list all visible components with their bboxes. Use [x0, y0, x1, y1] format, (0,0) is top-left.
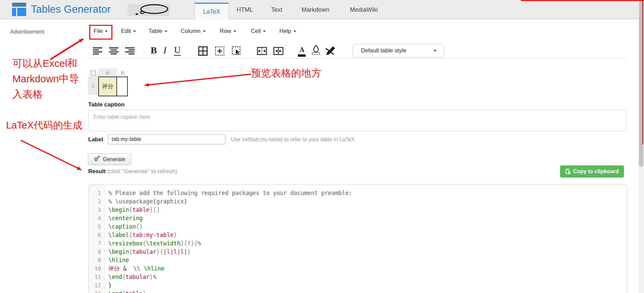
line-number: 3	[89, 206, 104, 214]
annotation-generate-note: LaTeX代码的生成	[6, 117, 82, 133]
menu-edit[interactable]: Edit	[121, 28, 136, 35]
advertisement-label: Advertisement	[10, 29, 44, 35]
underline-icon[interactable]: U	[174, 45, 181, 56]
code-line: \caption{}	[108, 223, 352, 231]
fill-color-icon[interactable]	[312, 45, 320, 55]
text-color-icon[interactable]: A	[298, 46, 306, 57]
bold-icon[interactable]: B	[151, 45, 157, 56]
fill-color-swatch	[312, 52, 320, 55]
text-color-swatch	[298, 54, 306, 57]
annotation-box-file-menu	[89, 25, 112, 40]
merge-cells-icon[interactable]	[257, 47, 267, 56]
annotation-preview-note: 预览表格的地方	[251, 65, 321, 81]
line-number: 5	[89, 223, 104, 231]
code-line: \resizebox{\textwidth}{!}{%	[108, 239, 352, 248]
code-line: \end{tabular}%	[108, 273, 352, 281]
menu-row[interactable]: Row	[220, 28, 236, 35]
tab-latex[interactable]: LaTeX	[195, 3, 229, 20]
logo-table-right-cell	[17, 8, 26, 16]
gears-icon: ⚙⚙	[94, 156, 101, 162]
code-line: }	[108, 281, 352, 290]
code-line: \centering	[108, 214, 352, 223]
chevron-down-icon	[263, 31, 266, 32]
line-number: 7	[89, 239, 104, 248]
italic-icon[interactable]: I	[163, 45, 166, 56]
thought-bubble-sketch	[127, 4, 170, 16]
chevron-down-icon	[233, 31, 236, 32]
tables-generator-logo-icon[interactable]	[12, 3, 26, 16]
code-line: % Please add the following required pack…	[108, 189, 352, 197]
align-right-icon[interactable]	[125, 47, 135, 56]
line-number-gutter: 12345678910111213	[89, 185, 105, 293]
all-borders-icon[interactable]	[198, 46, 208, 57]
grid-cell-a1[interactable]: 评分	[99, 77, 117, 96]
grid-cell-b1[interactable]	[117, 77, 127, 96]
paste-icon	[566, 168, 571, 175]
logo-table-header-band	[12, 3, 26, 7]
menu-cell[interactable]: Cell	[251, 28, 266, 35]
copy-to-clipboard-button[interactable]: Copy to clipboard	[560, 165, 624, 178]
menu-column[interactable]: Column	[181, 28, 206, 35]
clear-formatting-icon[interactable]	[325, 46, 336, 56]
line-number: 13	[89, 290, 104, 293]
annotation-top-line	[521, 0, 644, 1]
annotation-right-line	[642, 0, 643, 144]
line-number: 6	[89, 231, 104, 239]
select-all-checkbox[interactable]	[91, 70, 96, 76]
chevron-down-icon	[165, 31, 167, 32]
preview-grid: 评分	[98, 77, 128, 96]
code-line: \hline	[108, 256, 352, 264]
chevron-down-icon	[203, 31, 206, 32]
label-field-label: Label	[88, 136, 103, 143]
page: Tables Generator LaTeX HTML Text Markdow…	[0, 0, 644, 293]
result-label: Result	[88, 168, 106, 175]
toolbar-divider	[86, 58, 627, 59]
tab-markdown[interactable]: Markdown	[300, 6, 331, 13]
tab-mediawiki[interactable]: MediaWiki	[347, 6, 381, 13]
line-number: 10	[89, 264, 104, 273]
line-number: 2	[89, 197, 104, 206]
chevron-down-icon	[434, 50, 436, 52]
logo-table-left-cell	[12, 8, 16, 16]
toggle-borders-icon[interactable]	[232, 46, 242, 57]
line-number: 12	[89, 281, 104, 290]
code-line: 评分 & \\ \hline	[108, 264, 352, 273]
latex-code-editor[interactable]: 12345678910111213 % Please add the follo…	[89, 185, 627, 293]
menu-help[interactable]: Help	[279, 28, 296, 35]
line-number: 4	[89, 214, 104, 223]
column-header-a[interactable]: A	[98, 68, 117, 77]
label-input[interactable]	[108, 134, 225, 144]
generate-button[interactable]: ⚙⚙ Generate	[88, 153, 131, 165]
chevron-down-icon	[293, 31, 296, 32]
arrow-to-result	[21, 140, 81, 170]
line-number: 8	[89, 248, 104, 256]
menu-table[interactable]: Table	[149, 28, 167, 35]
code-line: \label{tab:my-table}	[108, 231, 352, 239]
code-line: \begin{tabular}{|l|l|l|}	[108, 248, 352, 256]
code-line: \end{table}	[108, 290, 352, 293]
table-caption-label: Table caption	[88, 101, 124, 108]
label-hint: Use \ref{tab:my-table} to refer to your …	[231, 137, 355, 143]
line-number: 1	[89, 189, 104, 197]
code-lines: % Please add the following required pack…	[108, 185, 352, 293]
code-line: \begin{table}[]	[108, 206, 352, 214]
tab-text[interactable]: Text	[268, 6, 285, 13]
brand-title[interactable]: Tables Generator	[31, 3, 111, 15]
align-center-icon[interactable]	[109, 47, 118, 56]
row-header-1[interactable]: 1	[88, 77, 98, 95]
chevron-down-icon	[133, 31, 136, 32]
annotation-import-note: 可以从Excel和 Markdown中导 入表格	[12, 56, 79, 102]
result-row: Result (click "Generate" to refresh)	[88, 168, 177, 175]
column-header-b[interactable]: B	[117, 68, 128, 77]
table-style-select[interactable]: Default table style	[353, 44, 444, 57]
align-left-icon[interactable]	[93, 47, 102, 56]
table-caption-input[interactable]	[88, 110, 627, 131]
tab-html[interactable]: HTML	[235, 6, 255, 13]
line-number: 11	[89, 273, 104, 281]
arrow-to-preview-grid	[145, 74, 251, 85]
code-line: % \usepackage{graphicx}	[108, 197, 352, 206]
inner-borders-icon[interactable]	[215, 46, 224, 57]
split-cells-icon[interactable]	[273, 47, 283, 56]
line-number: 9	[89, 256, 104, 264]
